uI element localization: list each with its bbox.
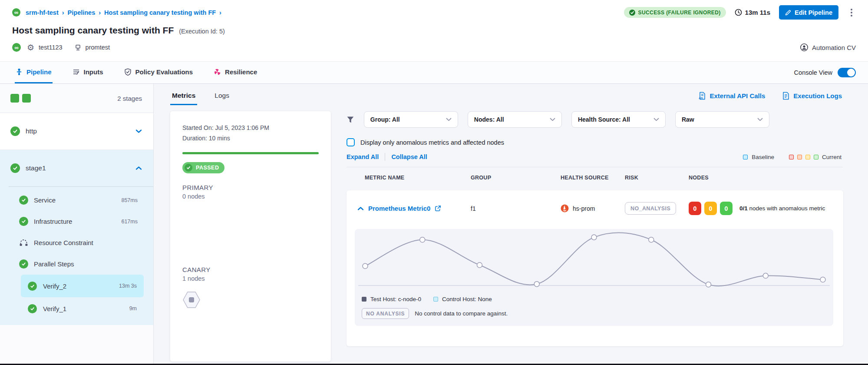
current-legend-label: Current [822,154,842,160]
breadcrumb-project[interactable]: srm-hf-test [26,9,59,16]
tab-pipeline[interactable]: Pipeline [15,62,53,83]
more-options-menu-icon[interactable] [847,6,856,19]
edit-pipeline-label: Edit Pipeline [795,9,832,16]
stage-item-http[interactable]: http [0,113,153,150]
step-duration: 857ms [121,197,138,203]
divider [347,167,843,167]
tab-resilience[interactable]: Resilience [213,62,258,83]
nodes-filter-dropdown[interactable]: Nodes: All [468,111,562,128]
check-circle-icon [185,164,192,172]
tab-logs[interactable]: Logs [213,92,231,105]
tab-inputs[interactable]: Inputs [72,62,104,83]
execution-logs-link[interactable]: Execution Logs [782,92,842,100]
nodes-summary-ratio: 0/1 [739,205,748,212]
current-yellow-swatch [805,155,810,159]
view-mode-dropdown[interactable]: Raw [675,111,769,128]
test-host-swatch [362,297,366,302]
stage1-section: stage1 Service 857ms Infrastructure 617m… [0,150,153,325]
breadcrumb-row: ∞ srm-hf-test › Pipelines › Host samplin… [12,5,856,20]
metric-card: Prometheus Metric0 f1 hs-prom NO_ANALYSI… [347,190,843,346]
chevron-down-icon [550,118,555,121]
console-view-toggle[interactable] [838,68,856,77]
check-circle-icon [10,163,20,173]
console-header: Metrics Logs API External API Calls Exec… [154,84,868,105]
execution-id: (Execution Id: 5) [179,28,225,35]
metrics-table-header: METRIC NAME GROUP HEALTH SOURCE RISK NOD… [347,175,843,181]
step-label: Verify_2 [43,282,66,290]
anomalous-filter-checkbox[interactable] [347,138,355,146]
healthy-node-count-badge: 0 [720,202,733,215]
test-host-label: Test Host: c-node-0 [370,296,421,302]
console-main: Started On: Jul 5, 2023 1:06 PM Duration… [154,105,868,364]
edit-pipeline-button[interactable]: Edit Pipeline [779,5,838,20]
tab-policy-evaluations[interactable]: Policy Evaluations [123,62,194,83]
tab-resilience-label: Resilience [225,68,257,76]
step-item-verify-2[interactable]: Verify_2 13m 3s [21,275,144,297]
main-tabbar: Pipeline Inputs Policy Evaluations Resil… [0,61,868,84]
step-item-verify-1[interactable]: Verify_1 9m [21,297,144,320]
chevron-down-icon[interactable] [135,129,142,133]
breadcrumb-pipelines[interactable]: Pipelines [68,9,96,16]
pencil-icon [785,10,791,16]
console-view-control: Console View [794,62,856,83]
execution-duration-label: 13m 11s [745,9,770,16]
collapse-all-link[interactable]: Collapse All [391,153,427,160]
host-legend: Test Host: c-node-0 Control Host: None [355,296,833,302]
canary-node-count: 1 nodes [182,275,319,282]
check-circle-icon [28,304,37,313]
console-panel: Metrics Logs API External API Calls Exec… [154,84,868,364]
step-label: Infrastructure [34,218,72,225]
current-green-swatch [814,155,818,159]
group-filter-dropdown[interactable]: Group: All [364,111,458,128]
status-badge-label: SUCCESS (FAILURE IGNORED) [638,10,721,16]
step-item-infrastructure[interactable]: Infrastructure 617ms [0,211,153,232]
user-avatar-icon [800,43,808,51]
analysis-duration: Duration: 10 mins [182,133,319,143]
prometheus-icon [561,204,569,212]
step-duration: 9m [129,305,137,312]
step-item-parallel-steps[interactable]: Parallel Steps [0,253,153,275]
page-title: Host sampling canary testing with FF [12,25,174,36]
breadcrumb-separator-icon: › [219,9,221,16]
breadcrumb-pipeline-name[interactable]: Host sampling canary testing with FF [104,9,216,16]
tab-metrics[interactable]: Metrics [170,92,197,105]
chevron-up-icon[interactable] [135,166,142,170]
step-item-resource-constraint[interactable]: Resource Constraint [0,232,153,253]
clock-icon [735,9,742,16]
step-label: Verify_1 [43,305,66,312]
title-row: Host sampling canary testing with FF (Ex… [12,25,856,36]
user-name: Automation CV [812,44,856,51]
no-analysis-badge: NO ANALYSIS [362,308,409,319]
chevron-down-icon [757,118,763,121]
collapse-row-chevron-up-icon[interactable] [357,206,364,211]
status-badge: SUCCESS (FAILURE IGNORED) [624,7,726,18]
canary-node-hexagon-icon[interactable] [182,290,201,310]
service-name: test1123 [39,44,63,51]
tab-inputs-label: Inputs [84,68,103,76]
view-mode-value: Raw [682,116,694,123]
expand-all-link[interactable]: Expand All [347,153,379,160]
resilience-icon [214,68,221,76]
external-api-calls-link[interactable]: API External API Calls [698,92,765,100]
step-item-service[interactable]: Service 857ms [0,189,153,211]
breadcrumb-separator-icon: › [99,9,101,16]
check-circle-icon [19,217,28,226]
meta-row: ∞ ⚙ test1123 promtest Automation CV [12,43,856,52]
step-duration: 13m 3s [119,283,137,289]
node-counts: 0 0 0 0/1 nodes with anomalous metric [689,202,843,215]
started-on: Started On: Jul 5, 2023 1:06 PM [182,123,319,133]
filter-funnel-icon[interactable] [347,116,354,123]
stage-status-square [10,94,19,103]
resource-constraint-icon [19,239,28,247]
external-link-icon[interactable] [435,205,441,212]
pipeline-icon [16,68,23,76]
expand-collapse-row: Expand All Collapse All Baseline Current [347,153,843,161]
metric-name-link[interactable]: Prometheus Metric0 [368,205,430,212]
stage-item-stage1[interactable]: stage1 [0,150,153,186]
user-info: Automation CV [800,43,856,51]
stage-name: http [26,127,37,135]
inputs-icon [73,68,80,76]
health-source-filter-dropdown[interactable]: Health Source: All [571,111,666,128]
passed-badge-label: PASSED [196,165,219,171]
verification-summary-card: Started On: Jul 5, 2023 1:06 PM Duration… [170,111,331,362]
